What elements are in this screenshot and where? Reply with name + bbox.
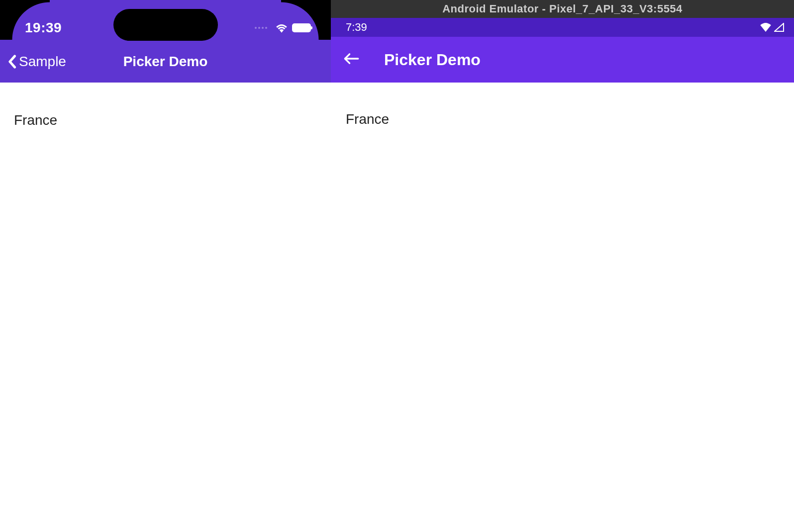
ios-device: 19:39 Sample Picker Demo France xyxy=(0,0,331,532)
android-back-button[interactable] xyxy=(343,53,359,67)
android-emulator-titlebar: Android Emulator - Pixel_7_API_33_V3:555… xyxy=(331,0,794,18)
android-content: France xyxy=(331,83,794,156)
wifi-icon xyxy=(760,23,771,32)
android-device: Android Emulator - Pixel_7_API_33_V3:555… xyxy=(331,0,794,532)
device-frame-corner xyxy=(281,0,331,40)
android-page-title: Picker Demo xyxy=(384,51,481,69)
ios-back-button[interactable]: Sample xyxy=(7,54,66,70)
android-status-icons xyxy=(760,23,784,32)
android-statusbar: 7:39 xyxy=(331,18,794,37)
chevron-left-icon xyxy=(7,55,16,69)
ios-cellular-dots-icon xyxy=(255,27,267,29)
android-navbar: Picker Demo xyxy=(331,37,794,83)
signal-icon xyxy=(774,23,784,32)
ios-back-label: Sample xyxy=(19,54,66,70)
ios-navbar: Sample Picker Demo xyxy=(0,41,331,83)
ios-picker[interactable]: France xyxy=(14,112,317,128)
arrow-left-icon xyxy=(343,53,359,65)
ios-page-title: Picker Demo xyxy=(123,54,208,70)
android-time: 7:39 xyxy=(346,21,367,34)
ios-content: France xyxy=(0,83,331,158)
android-picker[interactable]: France xyxy=(346,111,779,127)
device-frame-corner xyxy=(0,0,50,40)
dynamic-island xyxy=(113,9,218,41)
